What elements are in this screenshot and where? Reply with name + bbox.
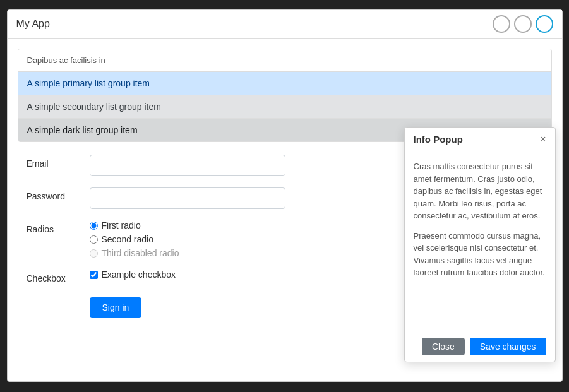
popup-paragraph-1: Cras mattis consectetur purus sit amet f… bbox=[414, 160, 546, 222]
email-input[interactable] bbox=[90, 155, 285, 176]
radios-container: First radio Second radio Third disabled … bbox=[90, 220, 179, 258]
email-label: Email bbox=[27, 155, 90, 169]
navbar-brand: My App bbox=[16, 18, 50, 30]
popup-close-x-button[interactable]: × bbox=[540, 134, 546, 145]
nav-icon-3[interactable] bbox=[536, 15, 553, 33]
checkbox-input[interactable] bbox=[90, 271, 98, 279]
popup-close-button[interactable]: Close bbox=[422, 338, 465, 355]
list-group-item-primary[interactable]: A simple primary list group item bbox=[18, 72, 551, 95]
radio2-text: Second radio bbox=[102, 234, 154, 244]
popup-save-button[interactable]: Save changes bbox=[470, 338, 546, 355]
signin-button[interactable]: Sign in bbox=[90, 297, 142, 318]
password-label: Password bbox=[27, 187, 90, 201]
popup-title: Info Popup bbox=[414, 134, 463, 145]
radio3-input bbox=[90, 249, 98, 258]
radio2-input[interactable] bbox=[90, 235, 98, 244]
popup-body: Cras mattis consectetur purus sit amet f… bbox=[405, 151, 555, 331]
list-group-item-secondary[interactable]: A simple secondary list group item bbox=[18, 95, 551, 119]
nav-icon-2[interactable] bbox=[514, 15, 532, 33]
navbar-icons bbox=[493, 15, 553, 33]
popup-paragraph-2: Praesent commodo cursus magna, vel scele… bbox=[414, 230, 546, 279]
radio2-label[interactable]: Second radio bbox=[90, 234, 179, 244]
password-input[interactable] bbox=[90, 187, 285, 209]
radio3-text: Third disabled radio bbox=[102, 248, 179, 258]
radios-label: Radios bbox=[27, 220, 90, 234]
navbar: My App bbox=[8, 10, 562, 39]
radio3-label: Third disabled radio bbox=[90, 248, 179, 258]
info-popup: Info Popup × Cras mattis consectetur pur… bbox=[404, 127, 556, 362]
popup-header: Info Popup × bbox=[405, 128, 555, 151]
radio1-label[interactable]: First radio bbox=[90, 220, 179, 230]
radio1-text: First radio bbox=[102, 220, 141, 230]
checkbox-item-label[interactable]: Example checkbox bbox=[90, 270, 176, 280]
nav-icon-1[interactable] bbox=[493, 15, 510, 33]
popup-footer: Close Save changes bbox=[405, 331, 555, 362]
app-window: My App Dapibus ac facilisis in A simple … bbox=[7, 9, 563, 382]
radio1-input[interactable] bbox=[90, 222, 98, 230]
checkbox-item-text: Example checkbox bbox=[102, 270, 176, 280]
list-group-header: Dapibus ac facilisis in bbox=[18, 49, 551, 72]
checkbox-label: Checkbox bbox=[27, 270, 90, 283]
